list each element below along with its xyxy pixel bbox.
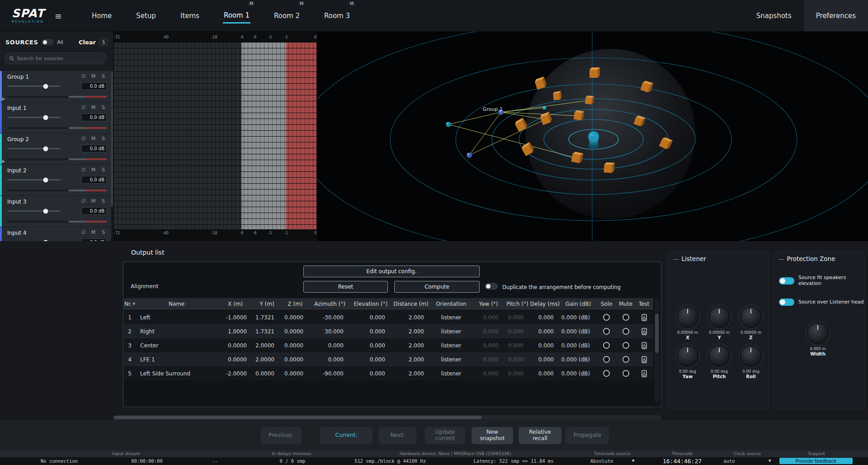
slider-thumb[interactable] bbox=[43, 177, 48, 182]
expand-arrow-icon[interactable]: ▶ bbox=[2, 97, 5, 101]
source-fit-elevation-toggle[interactable] bbox=[779, 277, 794, 285]
mute-button[interactable]: M bbox=[90, 198, 97, 204]
column-header-test[interactable]: Test bbox=[635, 298, 653, 310]
column-header-name[interactable]: Name bbox=[136, 298, 217, 310]
test-speaker-icon[interactable] bbox=[642, 314, 647, 321]
listener-pitch-knob[interactable] bbox=[709, 346, 730, 366]
hamburger-menu-icon[interactable]: ≡ bbox=[49, 0, 68, 31]
column-header-nr[interactable]: Nr.▼ bbox=[124, 298, 136, 310]
bypass-button[interactable]: ∅ bbox=[80, 73, 87, 79]
edit-output-config-button[interactable]: Edit output config. bbox=[303, 266, 480, 277]
mute-radio[interactable] bbox=[623, 342, 629, 349]
solo-radio[interactable] bbox=[603, 356, 610, 363]
tab-home[interactable]: Home bbox=[80, 0, 124, 31]
listener-object[interactable] bbox=[588, 131, 599, 148]
solo-button[interactable]: S bbox=[100, 73, 107, 79]
output-list-scrollbar[interactable] bbox=[655, 299, 659, 403]
mute-button[interactable]: M bbox=[90, 73, 97, 79]
slider-thumb[interactable] bbox=[43, 84, 48, 89]
propagate-button[interactable]: Propagate bbox=[566, 427, 609, 444]
source-gain-slider[interactable] bbox=[7, 85, 61, 87]
solo-button[interactable]: S bbox=[100, 104, 107, 110]
reset-button[interactable]: Reset bbox=[303, 281, 388, 293]
new-snapshot-button[interactable]: New snapshot bbox=[472, 427, 513, 444]
current-snapshot-button[interactable]: Current: bbox=[320, 427, 373, 444]
table-row[interactable]: 4 LFE 1 0.0000 2.0000 0.0000 0.000 0.000… bbox=[124, 352, 653, 366]
source-item-group-2[interactable]: Group 2 ∅MS 0.0 dB ▶ bbox=[0, 133, 111, 164]
test-speaker-icon[interactable] bbox=[642, 328, 647, 335]
dropdown-arrow-icon[interactable]: ▼ bbox=[769, 459, 771, 463]
column-header-z[interactable]: Z (m) bbox=[281, 298, 310, 310]
tab-preferences[interactable]: Preferences bbox=[804, 0, 868, 31]
solo-button[interactable]: S bbox=[100, 167, 107, 173]
source-search[interactable] bbox=[5, 52, 107, 64]
mute-button[interactable]: M bbox=[90, 167, 97, 173]
expand-arrow-icon[interactable]: ▶ bbox=[2, 159, 5, 163]
bypass-button[interactable]: ∅ bbox=[80, 167, 87, 173]
source-gain-slider[interactable] bbox=[7, 179, 61, 180]
relative-recall-button[interactable]: Relative recall bbox=[519, 427, 561, 444]
listener-x-knob[interactable] bbox=[677, 307, 698, 327]
source-over-listener-toggle[interactable] bbox=[779, 299, 794, 306]
column-header-gain[interactable]: Gain (dB) bbox=[560, 298, 596, 310]
column-header-y[interactable]: Y (m) bbox=[253, 298, 281, 310]
column-header-distance[interactable]: Distance (m) bbox=[392, 298, 430, 310]
scrollbar-thumb[interactable] bbox=[113, 416, 482, 419]
column-header-yaw[interactable]: Yaw (°) bbox=[472, 298, 505, 310]
source-gain-slider[interactable] bbox=[7, 117, 61, 118]
tab-room-2[interactable]: MRoom 2 bbox=[262, 0, 312, 31]
sources-solo-header-button[interactable]: S bbox=[99, 38, 108, 46]
tab-snapshots[interactable]: Snapshots bbox=[744, 0, 804, 31]
bypass-button[interactable]: ∅ bbox=[80, 136, 87, 142]
table-row[interactable]: 5 Left Side Surround -2.0000 0.0000 0.00… bbox=[124, 366, 653, 380]
mute-radio[interactable] bbox=[623, 356, 629, 363]
bypass-button[interactable]: ∅ bbox=[80, 198, 87, 204]
solo-button[interactable]: S bbox=[100, 136, 107, 142]
listener-roll-knob[interactable] bbox=[741, 346, 761, 366]
column-header-pitch[interactable]: Pitch (°) bbox=[505, 298, 530, 310]
compute-button[interactable]: Compute bbox=[394, 281, 480, 293]
clock-source-select[interactable]: auto bbox=[723, 458, 735, 464]
tab-room-1[interactable]: MRoom 1 bbox=[212, 0, 262, 31]
source-item-input-2[interactable]: Input 2 ∅MS 0.0 dB bbox=[0, 165, 111, 195]
test-speaker-icon[interactable] bbox=[642, 342, 647, 349]
sources-filter-toggle[interactable] bbox=[42, 39, 53, 45]
listener-yaw-knob[interactable] bbox=[677, 346, 698, 366]
table-row[interactable]: 3 Center 0.0000 2.0000 0.0000 0.000 0.00… bbox=[124, 338, 653, 352]
next-snapshot-button[interactable]: Next: bbox=[379, 427, 416, 444]
mute-radio[interactable] bbox=[623, 314, 629, 321]
slider-thumb[interactable] bbox=[43, 146, 48, 151]
table-row[interactable]: 1 Left -1.0000 1.7321 0.0000 -30.000 0.0… bbox=[124, 310, 653, 324]
timecode-source-select[interactable]: Absolute bbox=[590, 458, 613, 464]
bypass-button[interactable]: ∅ bbox=[80, 229, 87, 235]
listener-y-knob[interactable] bbox=[709, 307, 730, 327]
solo-radio[interactable] bbox=[603, 314, 610, 321]
listener-z-knob[interactable] bbox=[741, 307, 761, 327]
provide-feedback-button[interactable]: Provide feedback bbox=[779, 458, 853, 464]
protection-width-knob[interactable] bbox=[807, 323, 828, 344]
tab-items[interactable]: Items bbox=[168, 0, 212, 31]
sources-all-label[interactable]: All bbox=[57, 39, 63, 45]
mute-button[interactable]: M bbox=[90, 229, 97, 235]
solo-radio[interactable] bbox=[603, 328, 610, 335]
test-speaker-icon[interactable] bbox=[642, 370, 647, 377]
solo-radio[interactable] bbox=[603, 370, 610, 377]
solo-radio[interactable] bbox=[603, 342, 610, 349]
source-item-group-1[interactable]: Group 1 ∅MS 0.0 dB ▶ bbox=[0, 71, 111, 102]
source-item-input-1[interactable]: Input 1 ∅MS 0.0 dB bbox=[0, 102, 111, 133]
test-speaker-icon[interactable] bbox=[642, 356, 647, 363]
column-header-orientation[interactable]: Orientation bbox=[430, 298, 472, 310]
slider-thumb[interactable] bbox=[43, 115, 48, 120]
column-header-delay[interactable]: Delay (ms) bbox=[530, 298, 560, 310]
search-input[interactable] bbox=[17, 56, 102, 62]
bypass-button[interactable]: ∅ bbox=[80, 104, 87, 110]
slider-thumb[interactable] bbox=[43, 209, 48, 214]
column-header-elevation[interactable]: Elevation (°) bbox=[350, 298, 392, 310]
sources-clear-button[interactable]: Clear bbox=[79, 39, 96, 46]
column-header-azimuth[interactable]: Azimuth (°) bbox=[310, 298, 350, 310]
mute-button[interactable]: M bbox=[90, 136, 97, 142]
mute-button[interactable]: M bbox=[90, 104, 97, 110]
column-header-solo[interactable]: Solo bbox=[596, 298, 617, 310]
room-3d-view[interactable]: Group 1 bbox=[317, 32, 868, 241]
source-item-input-3[interactable]: Input 3 ∅MS 0.0 dB bbox=[0, 196, 111, 227]
